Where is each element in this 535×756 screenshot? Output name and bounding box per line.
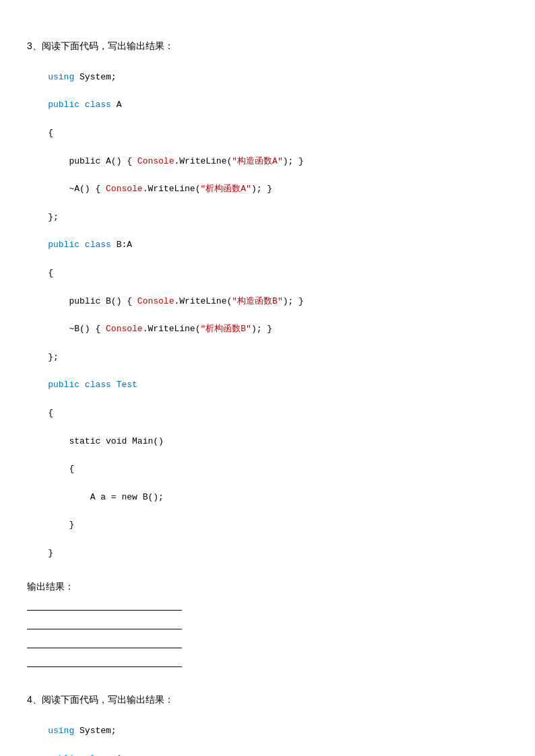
section-4-code: using System; public class A { public st…: [27, 710, 508, 756]
string-3: "构造函数B": [232, 296, 282, 306]
class-keyword-1: class: [85, 100, 111, 110]
class-keyword-3: class: [85, 380, 111, 390]
output-line-3-4[interactable]: [27, 655, 182, 667]
console-ref-2: Console: [106, 184, 143, 194]
using-keyword: using: [48, 72, 74, 82]
output-line-3-3[interactable]: [27, 636, 182, 648]
console-ref-3: Console: [137, 296, 175, 306]
class-keyword-2: class: [85, 240, 111, 250]
output-line-3-1[interactable]: [27, 598, 182, 611]
section-3-output: 输出结果：: [27, 581, 508, 667]
public-keyword-3: public: [48, 380, 80, 390]
string-1: "构造函数A": [232, 156, 282, 166]
console-ref-4: Console: [106, 324, 143, 334]
output-line-3-2[interactable]: [27, 617, 182, 629]
string-4: "析构函数B": [200, 324, 251, 334]
console-ref-1: Console: [137, 156, 175, 166]
system-text: System;: [74, 72, 116, 82]
section-3-code: using System; public class A { public A(…: [27, 57, 508, 574]
output-label-3: 输出结果：: [27, 581, 508, 593]
test-class-1: Test: [117, 380, 137, 390]
public-keyword-1: public: [48, 100, 80, 110]
public-keyword-2: public: [48, 240, 80, 250]
section-4: 4、阅读下面代码，写出输出结果： using System; public cl…: [27, 694, 508, 756]
using-keyword-2: using: [48, 726, 74, 736]
section-3: 3、阅读下面代码，写出输出结果： using System; public cl…: [27, 40, 508, 667]
string-2: "析构函数A": [200, 184, 251, 194]
section-3-title: 3、阅读下面代码，写出输出结果：: [27, 40, 508, 53]
section-4-title: 4、阅读下面代码，写出输出结果：: [27, 694, 508, 706]
